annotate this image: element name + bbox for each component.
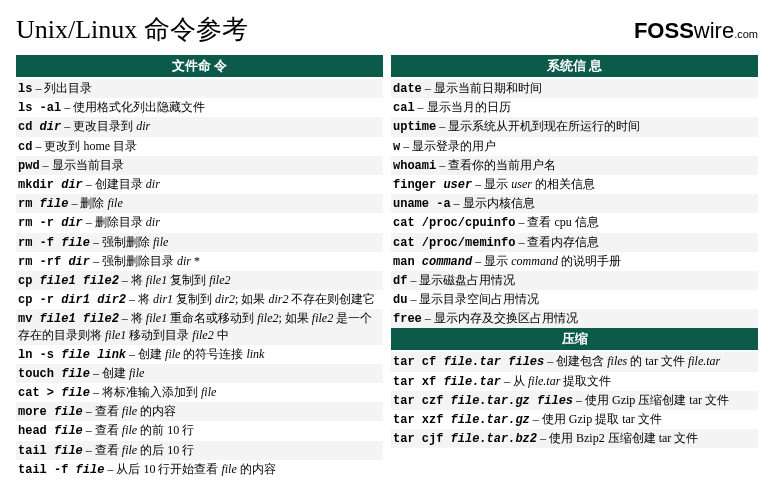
command-text: w — [393, 140, 400, 154]
command-text: cat /proc/meminfo — [393, 236, 515, 250]
right-section-header: 系统信 息 — [391, 55, 758, 77]
command-text: cat > file — [18, 386, 90, 400]
command-row: head file – 查看 file 的前 10 行 — [16, 421, 383, 440]
command-description: 显示当前日期和时间 — [434, 81, 542, 95]
command-text: tar czf file.tar.gz files — [393, 394, 573, 408]
command-text: tar xf file.tar — [393, 375, 501, 389]
command-text: cat /proc/cpuinfo — [393, 216, 515, 230]
command-row: cal – 显示当月的日历 — [391, 98, 758, 117]
command-row: free – 显示内存及交换区占用情况 — [391, 309, 758, 328]
command-text: ls — [18, 82, 32, 96]
command-row: df – 显示磁盘占用情况 — [391, 271, 758, 290]
logo-thin: wire — [694, 18, 734, 43]
command-row: tail -f file – 从后 10 行开始查看 file 的内容 — [16, 460, 383, 479]
command-row: rm -r dir – 删除目录 dir — [16, 213, 383, 232]
command-text: cd dir — [18, 120, 61, 134]
command-text: tail file — [18, 444, 83, 458]
command-description: 将 dir1 复制到 dir2; 如果 dir2 不存在则创建它 — [138, 292, 375, 306]
logo-bold: FOSS — [634, 18, 694, 43]
command-description: 将标准输入添加到 file — [102, 385, 216, 399]
command-row: cd – 更改到 home 目录 — [16, 137, 383, 156]
fosswire-logo: FOSSwire.com — [634, 18, 758, 44]
command-row: cat /proc/meminfo – 查看内存信息 — [391, 233, 758, 252]
page-header: Unix/Linux 命令参考 FOSSwire.com — [16, 12, 758, 47]
command-text: date — [393, 82, 422, 96]
page-root: Unix/Linux 命令参考 FOSSwire.com 文件命 令ls – 列… — [0, 0, 774, 491]
command-row: cd dir – 更改目录到 dir — [16, 117, 383, 136]
command-row: tar xf file.tar – 从 file.tar 提取文件 — [391, 372, 758, 391]
command-row: tar czf file.tar.gz files – 使用 Gzip 压缩创建… — [391, 391, 758, 410]
command-row: whoami – 查看你的当前用户名 — [391, 156, 758, 175]
command-text: man command — [393, 255, 472, 269]
command-text: more file — [18, 405, 83, 419]
command-description: 创建 file 的符号连接 link — [138, 347, 264, 361]
command-row: cp -r dir1 dir2 – 将 dir1 复制到 dir2; 如果 di… — [16, 290, 383, 309]
command-text: df — [393, 274, 407, 288]
command-description: 显示系统从开机到现在所运行的时间 — [448, 119, 640, 133]
command-text: rm file — [18, 197, 68, 211]
command-description: 创建包含 files 的 tar 文件 file.tar — [556, 354, 720, 368]
right-section-header: 压缩 — [391, 328, 758, 350]
command-description: 显示内存及交换区占用情况 — [434, 311, 578, 325]
command-text: rm -rf dir — [18, 255, 90, 269]
command-description: 更改到 home 目录 — [44, 139, 137, 153]
command-description: 创建 file — [102, 366, 144, 380]
command-row: cat /proc/cpuinfo – 查看 cpu 信息 — [391, 213, 758, 232]
command-text: touch file — [18, 367, 90, 381]
right-section-body: date – 显示当前日期和时间cal – 显示当月的日历uptime – 显示… — [391, 79, 758, 328]
command-description: 更改目录到 dir — [73, 119, 150, 133]
command-description: 查看 cpu 信息 — [527, 215, 598, 229]
command-text: cp -r dir1 dir2 — [18, 293, 126, 307]
page-title: Unix/Linux 命令参考 — [16, 12, 248, 47]
logo-domain: .com — [734, 28, 758, 40]
command-description: 查看 file 的内容 — [95, 404, 176, 418]
command-description: 显示当前目录 — [52, 158, 124, 172]
command-text: free — [393, 312, 422, 326]
command-description: 显示内核信息 — [463, 196, 535, 210]
right-column: 系统信 息date – 显示当前日期和时间cal – 显示当月的日历uptime… — [391, 55, 758, 479]
command-description: 使用 Gzip 提取 tar 文件 — [542, 412, 662, 426]
command-row: du – 显示目录空间占用情况 — [391, 290, 758, 309]
command-text: ln -s file link — [18, 348, 126, 362]
command-text: cd — [18, 140, 32, 154]
command-description: 强制删除目录 dir * — [102, 254, 200, 268]
command-description: 使用格式化列出隐藏文件 — [73, 100, 205, 114]
command-text: ls -al — [18, 101, 61, 115]
left-section-body: ls – 列出目录ls -al – 使用格式化列出隐藏文件cd dir – 更改… — [16, 79, 383, 479]
command-text: du — [393, 293, 407, 307]
command-text: uptime — [393, 120, 436, 134]
command-row: finger user – 显示 user 的相关信息 — [391, 175, 758, 194]
command-row: date – 显示当前日期和时间 — [391, 79, 758, 98]
command-row: tar xzf file.tar.gz – 使用 Gzip 提取 tar 文件 — [391, 410, 758, 429]
command-description: 从后 10 行开始查看 file 的内容 — [116, 462, 275, 476]
command-description: 显示磁盘占用情况 — [419, 273, 515, 287]
command-description: 将 file1 复制到 file2 — [131, 273, 231, 287]
command-row: ls – 列出目录 — [16, 79, 383, 98]
command-description: 创建目录 dir — [95, 177, 160, 191]
command-description: 删除目录 dir — [95, 215, 160, 229]
command-row: tar cf file.tar files – 创建包含 files 的 tar… — [391, 352, 758, 371]
command-row: mv file1 file2 – 将 file1 重命名或移动到 file2; … — [16, 309, 383, 344]
command-text: uname -a — [393, 197, 451, 211]
command-row: mkdir dir – 创建目录 dir — [16, 175, 383, 194]
command-description: 使用 Gzip 压缩创建 tar 文件 — [585, 393, 729, 407]
command-description: 查看 file 的后 10 行 — [95, 443, 194, 457]
command-text: tar xzf file.tar.gz — [393, 413, 530, 427]
left-column: 文件命 令ls – 列出目录ls -al – 使用格式化列出隐藏文件cd dir… — [16, 55, 383, 479]
command-row: w – 显示登录的用户 — [391, 137, 758, 156]
command-description: 显示登录的用户 — [412, 139, 496, 153]
command-text: whoami — [393, 159, 436, 173]
command-text: pwd — [18, 159, 40, 173]
command-description: 查看你的当前用户名 — [448, 158, 556, 172]
command-row: ln -s file link – 创建 file 的符号连接 link — [16, 345, 383, 364]
command-row: more file – 查看 file 的内容 — [16, 402, 383, 421]
command-row: cat > file – 将标准输入添加到 file — [16, 383, 383, 402]
command-description: 使用 Bzip2 压缩创建 tar 文件 — [549, 431, 698, 445]
command-text: head file — [18, 424, 83, 438]
command-row: tar cjf file.tar.bz2 – 使用 Bzip2 压缩创建 tar… — [391, 429, 758, 448]
command-text: mv file1 file2 — [18, 312, 119, 326]
command-row: rm file – 删除 file — [16, 194, 383, 213]
command-description: 强制删除 file — [102, 235, 168, 249]
command-text: rm -f file — [18, 236, 90, 250]
command-description: 查看 file 的前 10 行 — [95, 423, 194, 437]
